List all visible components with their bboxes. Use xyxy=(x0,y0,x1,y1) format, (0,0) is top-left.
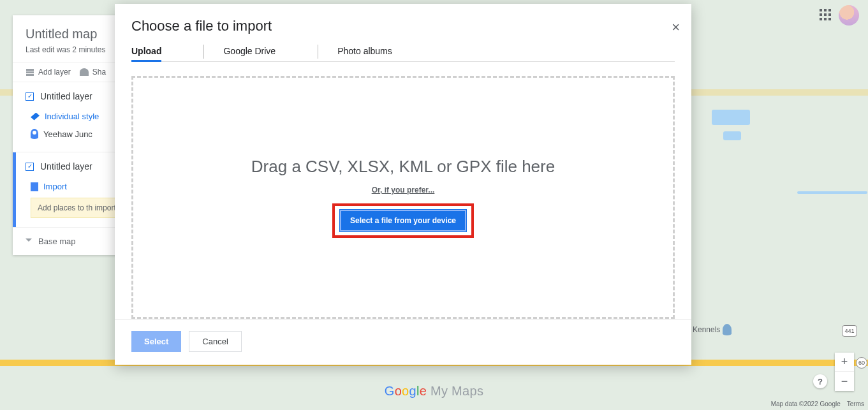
people-icon xyxy=(80,68,89,76)
layer-1-style-label: Individual style xyxy=(45,112,99,121)
pin-icon xyxy=(31,129,38,139)
google-apps-button[interactable] xyxy=(820,9,832,22)
zoom-out-button[interactable]: − xyxy=(835,372,854,391)
import-icon xyxy=(31,182,38,191)
share-button[interactable]: Sha xyxy=(80,68,106,77)
add-layer-label: Add layer xyxy=(38,68,71,77)
layer-2-checkbox[interactable]: ✓ xyxy=(26,163,34,171)
dialog-title: Choose a file to import xyxy=(131,18,675,34)
drop-instruction: Drag a CSV, XLSX, KML or GPX file here xyxy=(251,157,555,177)
account-avatar[interactable] xyxy=(839,5,859,26)
tab-divider xyxy=(203,45,204,59)
layer-2-title[interactable]: Untitled layer xyxy=(40,161,92,172)
share-label: Sha xyxy=(92,68,106,77)
logo-letter: e xyxy=(420,384,427,398)
logo-letter: G xyxy=(385,384,395,398)
logo-letter: g xyxy=(409,384,416,398)
road-shield-441: 441 xyxy=(842,325,857,337)
logo-suffix: My Maps xyxy=(427,384,483,398)
paint-roller-icon xyxy=(31,113,40,121)
layer-2-import-label: Import xyxy=(43,182,67,191)
source-tabs: Upload Google Drive Photo albums xyxy=(131,34,675,62)
tab-photo-albums[interactable]: Photo albums xyxy=(337,41,392,61)
footer-select-button[interactable]: Select xyxy=(131,331,181,352)
layer-1-title[interactable]: Untitled layer xyxy=(40,91,92,101)
tab-divider xyxy=(318,45,318,59)
road-shield-60: 60 xyxy=(856,357,867,369)
select-file-button[interactable]: Select a file from your device xyxy=(340,210,466,231)
attribution-terms[interactable]: Terms xyxy=(847,400,864,407)
poi-kennels[interactable]: Kennels xyxy=(693,324,732,335)
google-my-maps-logo: Google My Maps xyxy=(385,384,483,399)
base-map-label: Base map xyxy=(38,237,76,246)
map-attribution: Map data ©2022 Google Terms xyxy=(771,400,864,407)
layer-1-place-label: Yeehaw Junc xyxy=(43,129,92,139)
import-file-dialog: Choose a file to import × Upload Google … xyxy=(115,4,691,365)
close-button[interactable]: × xyxy=(672,19,680,36)
add-layer-button[interactable]: Add layer xyxy=(26,68,71,77)
attribution-data: Map data ©2022 Google xyxy=(771,400,841,407)
zoom-control: + − xyxy=(835,353,854,391)
poi-label: Kennels xyxy=(693,325,720,334)
caret-down-icon xyxy=(26,238,32,245)
file-drop-zone[interactable]: Drag a CSV, XLSX, KML or GPX file here O… xyxy=(131,76,675,319)
drop-or-text: Or, if you prefer... xyxy=(372,186,435,194)
layer-1-checkbox[interactable]: ✓ xyxy=(26,92,34,101)
annotation-highlight: Select a file from your device xyxy=(332,203,474,238)
layers-icon xyxy=(26,68,34,77)
tab-google-drive[interactable]: Google Drive xyxy=(223,41,276,61)
tab-upload[interactable]: Upload xyxy=(131,41,161,61)
logo-letter: o xyxy=(402,384,409,398)
footer-cancel-button[interactable]: Cancel xyxy=(189,331,241,352)
poi-pin-icon xyxy=(723,324,732,335)
help-button[interactable]: ? xyxy=(813,374,827,388)
zoom-in-button[interactable]: + xyxy=(835,353,854,372)
logo-letter: o xyxy=(395,384,402,398)
